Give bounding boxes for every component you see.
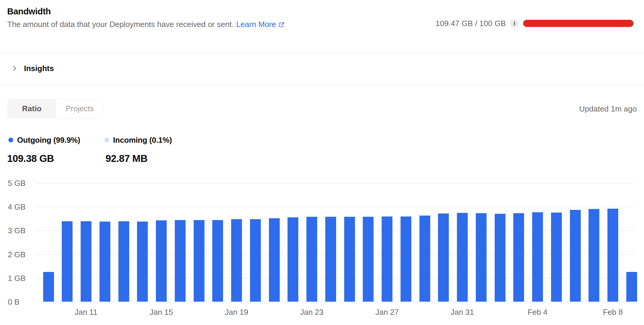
x-axis-tick-label: Jan 23 xyxy=(288,307,336,317)
updated-timestamp: Updated 1m ago xyxy=(579,104,637,114)
bar[interactable] xyxy=(156,220,167,302)
bar[interactable] xyxy=(457,213,468,302)
info-icon[interactable]: i xyxy=(510,19,519,28)
usage-progress-bar xyxy=(523,20,634,27)
incoming-label: Incoming (0.1%) xyxy=(113,136,172,145)
bar[interactable] xyxy=(382,216,392,302)
x-axis-tick-label: Feb 8 xyxy=(589,307,637,317)
legend-item-incoming: Incoming (0.1%) xyxy=(104,136,172,144)
bar[interactable] xyxy=(626,272,637,302)
chevron-right-icon xyxy=(11,65,18,72)
incoming-total-value: 92.87 MB xyxy=(106,153,148,164)
bar[interactable] xyxy=(269,218,280,302)
bar[interactable] xyxy=(401,216,411,302)
y-axis-tick-label: 3 GB xyxy=(8,226,25,235)
learn-more-label: Learn More xyxy=(236,20,276,29)
bar[interactable] xyxy=(419,216,430,302)
bar[interactable] xyxy=(175,220,186,302)
page-description: The amount of data that your Deployments… xyxy=(7,20,285,29)
bar[interactable] xyxy=(438,213,449,302)
bar[interactable] xyxy=(495,214,505,302)
x-axis-tick-label: Jan 27 xyxy=(363,307,411,317)
y-axis-tick-label: 5 GB xyxy=(8,178,25,188)
bandwidth-usage-page: Bandwidth The amount of data that your D… xyxy=(0,0,644,325)
bar[interactable] xyxy=(137,222,148,302)
x-axis-tick-label: Jan 11 xyxy=(62,307,110,317)
ratio-projects-tabs: Ratio Projects xyxy=(7,99,104,118)
x-axis-tick-label: Feb 4 xyxy=(514,307,562,317)
incoming-dot-icon xyxy=(104,138,109,142)
y-axis-tick-label: 1 GB xyxy=(8,273,25,283)
insights-label: Insights xyxy=(24,64,54,73)
insights-expander[interactable] xyxy=(0,53,644,85)
bar[interactable] xyxy=(288,217,298,302)
tab-ratio[interactable]: Ratio xyxy=(8,99,56,118)
bar[interactable] xyxy=(100,222,110,302)
x-axis-tick-label: Jan 19 xyxy=(213,307,261,317)
x-axis-tick-label: Jan 15 xyxy=(137,307,185,317)
tab-projects[interactable]: Projects xyxy=(56,99,103,118)
bar[interactable] xyxy=(325,217,336,302)
bar[interactable] xyxy=(570,210,581,302)
bar[interactable] xyxy=(231,219,242,302)
learn-more-link[interactable]: Learn More xyxy=(236,20,285,29)
legend-item-outgoing: Outgoing (99.9%) xyxy=(8,136,80,144)
bar[interactable] xyxy=(607,209,618,302)
bar[interactable] xyxy=(81,221,91,302)
bar[interactable] xyxy=(62,221,73,302)
bar[interactable] xyxy=(43,272,54,302)
outgoing-total-value: 109.38 GB xyxy=(7,153,54,164)
y-axis-tick-label: 2 GB xyxy=(8,250,25,259)
gridline xyxy=(37,302,634,302)
bar[interactable] xyxy=(589,209,599,302)
y-axis-tick-label: 0 B xyxy=(8,297,19,307)
gridline xyxy=(37,183,634,183)
bar[interactable] xyxy=(363,217,374,302)
bar[interactable] xyxy=(513,213,524,302)
bar[interactable] xyxy=(344,217,355,302)
external-link-icon xyxy=(278,21,285,28)
bar[interactable] xyxy=(194,220,204,302)
x-axis-tick-label: Jan 31 xyxy=(438,307,486,317)
gridline xyxy=(37,207,634,207)
insights-divider xyxy=(0,85,644,85)
bar[interactable] xyxy=(306,217,317,302)
bar[interactable] xyxy=(476,213,487,302)
bar[interactable] xyxy=(212,220,223,302)
bar[interactable] xyxy=(551,213,562,302)
usage-amount-text: 109.47 GB / 100 GB xyxy=(436,19,506,28)
bar[interactable] xyxy=(250,219,261,302)
description-text: The amount of data that your Deployments… xyxy=(7,20,234,29)
bar[interactable] xyxy=(118,221,129,302)
page-title: Bandwidth xyxy=(7,7,51,16)
y-axis-tick-label: 4 GB xyxy=(8,202,25,212)
bandwidth-bar-chart: 5 GB4 GB3 GB2 GB1 GB0 BJan 11Jan 15Jan 1… xyxy=(0,169,644,325)
usage-summary: 109.47 GB / 100 GB i xyxy=(436,17,634,29)
outgoing-dot-icon xyxy=(8,138,13,142)
outgoing-label: Outgoing (99.9%) xyxy=(17,136,80,145)
bar[interactable] xyxy=(532,212,543,302)
